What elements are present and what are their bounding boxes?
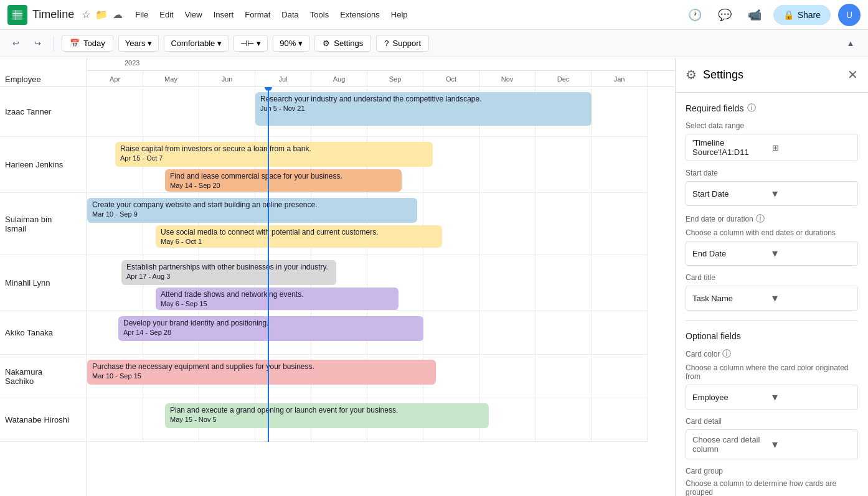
menu-view[interactable]: View xyxy=(180,7,207,22)
row-labels: Izaac TannerHarleen JenkinsSulaiman bin … xyxy=(0,87,87,496)
settings-button[interactable]: ⚙ Settings xyxy=(314,35,371,52)
card-detail-select[interactable]: Choose card detail column ▾ xyxy=(686,429,858,459)
optional-fields-title: Optional fields xyxy=(686,331,858,341)
fit-button[interactable]: ⊣⊢ ▾ xyxy=(234,35,268,52)
row-label-5: Nakamura Sachiko xyxy=(0,355,87,398)
card-dates-9: May 15 - Nov 5 xyxy=(170,416,484,423)
years-dropdown[interactable]: Years ▾ xyxy=(118,35,159,52)
card-dates-1: Apr 15 - Oct 7 xyxy=(120,154,428,162)
card-8[interactable]: Purchase the necessary equipment and sup… xyxy=(87,360,436,385)
month-label-Jul: Jul xyxy=(255,71,311,87)
menu-file[interactable]: File xyxy=(130,7,153,22)
settings-gear-icon: ⚙ xyxy=(686,67,697,82)
zoom-dropdown[interactable]: 90% ▾ xyxy=(273,35,309,52)
card-group-sub: Choose a column to determine how cards a… xyxy=(686,479,858,496)
chevron-down-icon-4: ▾ xyxy=(298,39,303,48)
avatar[interactable]: U xyxy=(838,4,861,26)
card-dates-0: Jun 5 - Nov 21 xyxy=(260,105,587,112)
share-lock-icon: 🔒 xyxy=(783,10,794,20)
menu-help[interactable]: Help xyxy=(386,7,413,22)
month-label-Sep: Sep xyxy=(367,71,423,87)
card-title-1: Raise capital from investors or secure a… xyxy=(120,144,428,153)
redo-button[interactable]: ↪ xyxy=(29,36,46,50)
card-2[interactable]: Find and lease commercial space for your… xyxy=(165,169,402,192)
menu-tools[interactable]: Tools xyxy=(305,7,334,22)
card-3[interactable]: Create your company website and start bu… xyxy=(87,198,417,223)
collapse-button[interactable]: ▲ xyxy=(841,34,861,54)
support-button[interactable]: ? Support xyxy=(376,35,429,52)
card-color-sub: Choose a column where the card color ori… xyxy=(686,363,858,381)
video-icon[interactable]: 📹 xyxy=(743,4,766,26)
grid-cell-5-9 xyxy=(592,355,648,398)
grid-icon: ⊞ xyxy=(772,143,852,152)
card-6[interactable]: Attend trade shows and networking events… xyxy=(156,288,399,310)
card-dates-5: Apr 17 - Aug 3 xyxy=(126,273,331,280)
month-label-Aug: Aug xyxy=(311,71,367,87)
history-icon[interactable]: 🕐 xyxy=(684,4,706,26)
grid-cell-0-9 xyxy=(592,87,648,137)
card-dates-7: Apr 14 - Sep 28 xyxy=(123,329,418,336)
data-range-input[interactable]: 'Timeline Source'!A1:D11 ⊞ xyxy=(686,134,858,161)
card-group-label: Card group xyxy=(686,467,858,475)
folder-icon[interactable]: 📁 xyxy=(95,9,108,21)
data-range-label: Select data range xyxy=(686,121,858,130)
start-date-select[interactable]: Start Date ▾ xyxy=(686,181,858,206)
timeline-header: Employee 2023 AprMayJunJulAugSepOctNovDe… xyxy=(0,57,675,87)
card-title-label: Card title xyxy=(686,273,858,282)
grid-cell-1-8 xyxy=(535,137,592,193)
row-label-3: Minahil Lynn xyxy=(0,255,87,311)
card-title-4: Use social media to connect with potenti… xyxy=(161,228,437,236)
menu-bar: File Edit View Insert Format Data Tools … xyxy=(130,7,412,22)
end-date-select[interactable]: End Date ▾ xyxy=(686,241,858,266)
menu-edit[interactable]: Edit xyxy=(154,7,178,22)
undo-button[interactable]: ↩ xyxy=(7,36,24,50)
grid-cell-2-9 xyxy=(592,193,648,255)
toolbar: ↩ ↪ 📅 Today Years ▾ Comfortable ▾ ⊣⊢ ▾ 9… xyxy=(0,30,868,57)
card-9[interactable]: Plan and execute a grand opening or laun… xyxy=(165,403,489,428)
comment-icon[interactable]: 💬 xyxy=(714,4,736,26)
required-fields-section: Required fields ⓘ Select data range 'Tim… xyxy=(676,93,868,321)
grid-cell-1-9 xyxy=(592,137,648,193)
card-dates-3: Mar 10 - Sep 9 xyxy=(92,210,412,218)
close-button[interactable]: ✕ xyxy=(847,67,858,82)
share-button[interactable]: 🔒 Settings Share xyxy=(773,5,831,25)
svg-rect-1 xyxy=(12,13,22,14)
grid-cell-3-8 xyxy=(535,255,592,311)
timeline-body: Izaac TannerHarleen JenkinsSulaiman bin … xyxy=(0,87,675,496)
card-color-label: Card color ⓘ xyxy=(686,349,858,360)
cloud-icon[interactable]: ☁ xyxy=(113,9,123,21)
chevron-down-icon-6: ▾ xyxy=(772,246,852,260)
card-5[interactable]: Establish partnerships with other busine… xyxy=(121,260,336,285)
start-date-label: Start date xyxy=(686,169,858,177)
info-icon-2: ⓘ xyxy=(756,213,765,225)
card-4[interactable]: Use social media to connect with potenti… xyxy=(156,225,442,248)
title-icons: ☆ 📁 ☁ xyxy=(82,9,123,21)
menu-format[interactable]: Format xyxy=(240,7,275,22)
info-icon: ⓘ xyxy=(747,103,756,114)
row-label-header: Employee xyxy=(0,57,87,87)
menu-data[interactable]: Data xyxy=(276,7,303,22)
chevron-down-icon-5: ▾ xyxy=(772,187,852,200)
month-label-Jan: Jan xyxy=(592,71,648,87)
star-icon[interactable]: ☆ xyxy=(82,9,90,21)
comfortable-dropdown[interactable]: Comfortable ▾ xyxy=(164,35,229,52)
menu-insert[interactable]: Insert xyxy=(209,7,239,22)
card-color-select[interactable]: Employee ▾ xyxy=(686,385,858,409)
grid-cell-0-1 xyxy=(143,87,199,137)
card-title-3: Create your company website and start bu… xyxy=(92,200,412,209)
menu-extensions[interactable]: Extensions xyxy=(335,7,385,22)
row-label-1: Harleen Jenkins xyxy=(0,137,87,193)
card-7[interactable]: Develop your brand identity and position… xyxy=(118,316,423,341)
support-icon: ? xyxy=(384,39,389,48)
settings-header: ⚙ Settings ✕ xyxy=(676,57,868,93)
card-title-9: Plan and execute a grand opening or laun… xyxy=(170,406,484,414)
card-title-select[interactable]: Task Name ▾ xyxy=(686,286,858,311)
card-1[interactable]: Raise capital from investors or secure a… xyxy=(115,142,433,167)
today-button[interactable]: 📅 Today xyxy=(62,35,113,52)
card-0[interactable]: Research your industry and understand th… xyxy=(255,92,592,126)
svg-rect-0 xyxy=(12,10,22,20)
required-fields-title: Required fields ⓘ xyxy=(686,103,858,114)
grid-cell-3-7 xyxy=(479,255,535,311)
card-detail-label: Card detail xyxy=(686,417,858,426)
grid-cell-3-9 xyxy=(592,255,648,311)
